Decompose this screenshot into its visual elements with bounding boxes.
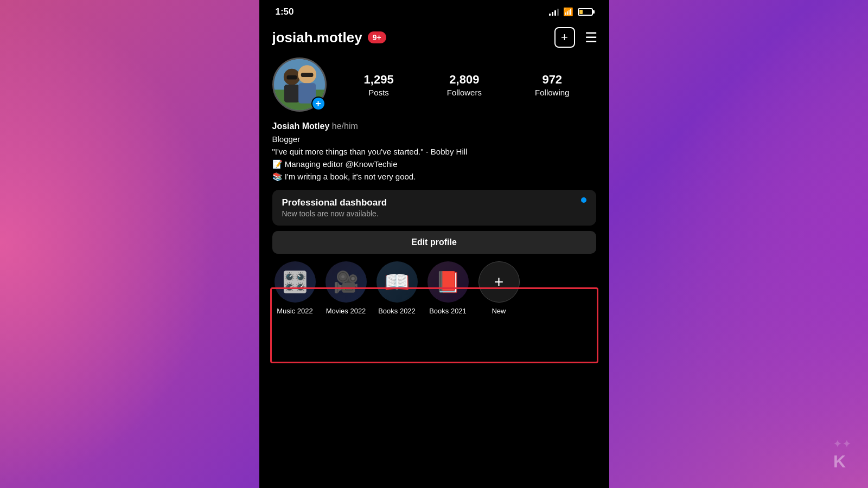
pro-dashboard-dot: [581, 197, 586, 203]
avatar-wrapper: +: [272, 57, 327, 112]
bio-book: 📚 I'm writing a book, it's not very good…: [272, 171, 596, 182]
add-content-button[interactable]: +: [554, 27, 575, 48]
phone-frame: 1:50 📶 josiah.motley 9+ + ☰: [259, 0, 609, 488]
battery-icon: [578, 8, 593, 16]
highlight-books2021-circle: 📕: [427, 261, 469, 303]
highlight-new-label: New: [492, 307, 506, 315]
profile-stats: 1,295 Posts 2,809 Followers 972 Followin…: [337, 73, 596, 97]
notification-badge[interactable]: 9+: [368, 31, 386, 43]
highlight-movies2022[interactable]: 🎥 Movies 2022: [326, 261, 367, 315]
profile-header: josiah.motley 9+ + ☰: [272, 27, 596, 48]
header-actions: + ☰: [554, 27, 596, 48]
highlight-books2021[interactable]: 📕 Books 2021: [427, 261, 469, 315]
profile-bio: Josiah Motley he/him Blogger "I've quit …: [272, 120, 596, 182]
profile-content: josiah.motley 9+ + ☰: [259, 22, 609, 488]
profile-main: + 1,295 Posts 2,809 Followers 972 Follow…: [272, 57, 596, 112]
display-name: Josiah Motley: [272, 121, 330, 131]
highlight-music2022-circle: 🎛️: [275, 261, 316, 303]
status-time: 1:50: [276, 7, 294, 17]
following-count: 972: [542, 73, 562, 87]
username-row: josiah.motley 9+: [272, 29, 386, 46]
pro-dashboard-subtitle: New tools are now available.: [282, 209, 586, 218]
followers-stat[interactable]: 2,809 Followers: [447, 73, 482, 97]
menu-button[interactable]: ☰: [585, 29, 596, 46]
highlight-new[interactable]: + New: [478, 261, 520, 315]
followers-label: Followers: [447, 88, 482, 97]
highlight-movies2022-label: Movies 2022: [326, 307, 366, 315]
bio-editor: 📝 Managing editor @KnowTechie: [272, 158, 596, 170]
highlight-new-circle: +: [478, 261, 520, 303]
status-icons: 📶: [549, 7, 593, 17]
following-stat[interactable]: 972 Following: [535, 73, 569, 97]
highlight-music2022-label: Music 2022: [277, 307, 312, 315]
svg-rect-7: [301, 73, 313, 77]
highlight-books2022-label: Books 2022: [378, 307, 416, 315]
following-label: Following: [535, 88, 569, 97]
posts-stat[interactable]: 1,295 Posts: [364, 73, 394, 97]
pronouns: he/him: [332, 121, 358, 131]
occupation: Blogger: [272, 133, 596, 145]
signal-icon: [549, 8, 559, 16]
bio-quote: "I've quit more things than you've start…: [272, 146, 596, 157]
highlight-music2022[interactable]: 🎛️ Music 2022: [275, 261, 316, 315]
followers-count: 2,809: [449, 73, 479, 87]
posts-count: 1,295: [364, 73, 394, 87]
pro-dashboard-title: Professional dashboard: [282, 197, 586, 208]
highlights-row: 🎛️ Music 2022 🎥 Movies 2022 📖 Books 2022…: [272, 261, 596, 315]
professional-dashboard[interactable]: Professional dashboard New tools are now…: [272, 190, 596, 226]
highlight-books2022[interactable]: 📖 Books 2022: [376, 261, 418, 315]
wifi-icon: 📶: [563, 7, 573, 17]
username: josiah.motley: [272, 29, 362, 46]
status-bar: 1:50 📶: [259, 0, 609, 22]
knowtechie-watermark: ✦✦ K: [833, 432, 852, 472]
highlight-books2022-circle: 📖: [376, 261, 418, 303]
highlight-movies2022-circle: 🎥: [326, 261, 367, 303]
svg-rect-3: [284, 85, 299, 102]
edit-profile-button[interactable]: Edit profile: [272, 231, 596, 254]
highlight-books2021-label: Books 2021: [429, 307, 467, 315]
avatar-add-button[interactable]: +: [311, 97, 326, 111]
posts-label: Posts: [368, 88, 389, 97]
svg-rect-4: [286, 75, 297, 80]
